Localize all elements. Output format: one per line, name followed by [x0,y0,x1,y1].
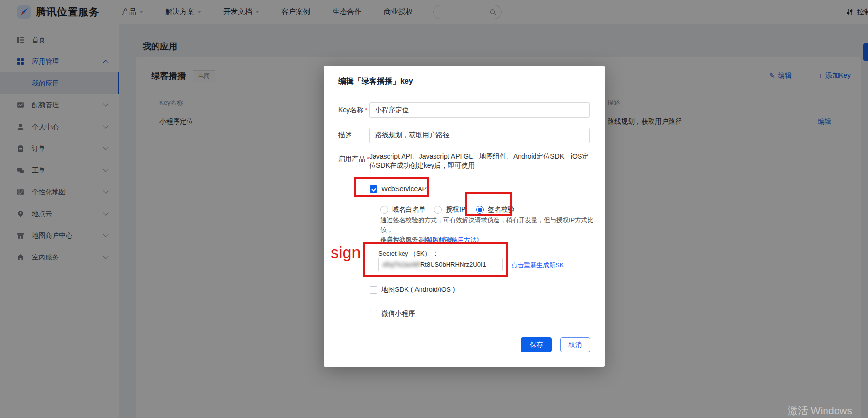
secret-key-visible-part: Rt8US0bHRHNrz2U0I1 [420,261,486,268]
map-sdk-label: 地图SDK ( Android/iOS ) [381,286,455,294]
secret-key-input[interactable]: d5qTk2axWf Rt8US0bHRHNrz2U0I1 [378,258,503,271]
secret-key-label: Secret key （SK） ： [378,249,439,258]
webservice-label: WebServiceAPI [381,185,429,193]
wechat-mini-checkbox-row[interactable]: 微信小程序 [370,308,415,319]
edit-key-modal: 编辑「绿客播播」key Key名称 描述 启用产品 Javascript API… [324,66,605,367]
radio-icon[interactable] [434,206,442,214]
radio-domain-whitelist[interactable]: 域名白名单 [380,204,426,216]
cancel-button[interactable]: 取消 [560,337,590,352]
key-name-label: Key名称 [338,106,367,115]
map-sdk-checkbox-row[interactable]: 地图SDK ( Android/iOS ) [370,284,455,296]
usage-line: 使用方法见： 《签名校验使用方法》 [380,236,483,245]
wechat-mini-label: 微信小程序 [381,309,415,318]
usage-method-link[interactable]: 《签名校验使用方法》 [420,236,483,244]
modal-title: 编辑「绿客播播」key [338,76,413,86]
products-note: Javascript API、Javascript API GL、地图组件、An… [369,152,593,170]
radio-selected-icon[interactable] [476,206,484,214]
description-input[interactable] [369,128,590,143]
checkbox-checked-icon[interactable] [370,185,377,193]
description-label: 描述 [338,131,352,140]
checkbox-unchecked-icon[interactable] [370,286,377,294]
regenerate-sk-link[interactable]: 点击重新生成新SK [511,261,564,270]
key-name-input[interactable] [369,102,590,118]
radio-authorized-ip[interactable]: 授权IP [434,204,465,216]
secret-key-hidden-part: d5qTk2axWf [383,261,420,268]
save-button[interactable]: 保存 [521,337,552,352]
sign-annotation-text: sign [331,243,361,262]
radio-icon[interactable] [380,206,388,214]
products-label: 启用产品 [338,155,369,163]
checkbox-unchecked-icon[interactable] [370,310,377,317]
webservice-checkbox-row[interactable]: WebServiceAPI [370,183,429,195]
radio-signature-verify[interactable]: 签名校验 [476,204,515,216]
